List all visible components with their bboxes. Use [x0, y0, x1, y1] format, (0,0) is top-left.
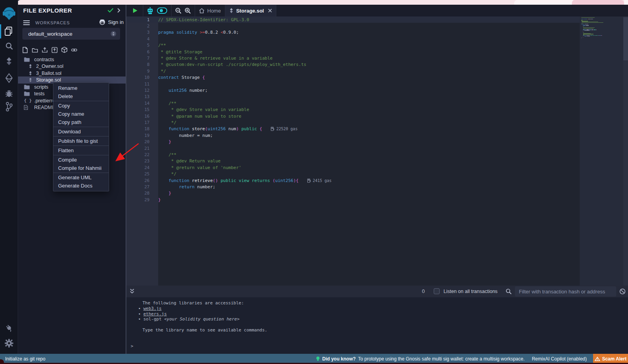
menu-separator	[53, 101, 109, 101]
gas-estimate-badge: 2415 gas	[307, 178, 332, 183]
new-file-icon[interactable]	[22, 46, 28, 53]
minimap[interactable]	[581, 17, 603, 38]
terminal-library-item: • ethers.js	[138, 311, 167, 317]
library-link[interactable]: web3.js	[143, 306, 161, 311]
transaction-filter-input[interactable]	[515, 286, 616, 297]
code-line-21: 21	[126, 145, 580, 151]
workspace-select[interactable]: default_workspace	[22, 28, 120, 40]
remix-logo-icon[interactable]	[0, 6, 18, 21]
file-explorer-icon[interactable]	[0, 26, 18, 37]
line-number: 10	[126, 75, 158, 80]
library-link[interactable]: ethers.js	[143, 311, 167, 317]
menu-item-copy[interactable]: Copy	[53, 102, 109, 110]
menu-item-copy-path[interactable]: Copy path	[53, 118, 109, 126]
line-number: 6	[126, 49, 158, 55]
tree-item-2-owner-sol[interactable]: 2_Owner.sol	[18, 63, 128, 70]
zoom-out-icon[interactable]	[175, 7, 182, 14]
red-arrow-annotation	[89, 134, 144, 169]
clear-console-icon[interactable]	[619, 288, 626, 295]
warning-icon	[595, 357, 600, 361]
code-line-6: 6 * @title Storage	[126, 49, 580, 55]
terminal-output[interactable]: The following libraries are accessible:•…	[126, 297, 628, 354]
code-line-8: 8 * @custom:dev-run-script ./scripts/dep…	[126, 62, 580, 68]
terminal-text: The following libraries are accessible:	[142, 300, 244, 306]
run-script-icon[interactable]	[132, 7, 138, 14]
menu-item-copy-name[interactable]: Copy name	[53, 110, 109, 118]
link-icon[interactable]	[71, 46, 77, 53]
copilot-status[interactable]: RemixAI Copilot (enabled)	[532, 356, 587, 362]
code-line-15: 15 * @dev Store value in variable	[126, 107, 580, 113]
git-init-button[interactable]: Initialize as git repo	[5, 356, 46, 362]
solidity-compiler-icon[interactable]	[0, 56, 18, 66]
editor-scrollbar-thumb[interactable]	[623, 17, 628, 60]
code-line-24: 24 * @return value of 'number'	[126, 164, 580, 171]
code-line-9: 9 */	[126, 68, 580, 74]
deploy-run-icon[interactable]	[0, 73, 18, 83]
solidity-file-icon	[229, 8, 234, 13]
code-editor[interactable]: 1// SPDX-License-Identifier: GPL-3.023pr…	[126, 16, 628, 286]
line-number: 2	[126, 24, 158, 29]
line-number: 8	[126, 62, 158, 67]
tree-item-label: 3_Ballot.sol	[36, 71, 62, 76]
editor-region: Home Storage.sol 1// SPDX-License-Identi…	[126, 5, 628, 354]
code-line-23: 23 * @dev Return value	[126, 158, 580, 164]
terminal-expand-icon[interactable]	[130, 288, 135, 294]
new-folder-icon[interactable]	[32, 46, 38, 53]
listen-checkbox[interactable]	[434, 288, 440, 294]
line-number: 18	[126, 126, 158, 131]
menu-item-generate-docs[interactable]: Generate Docs	[53, 182, 109, 190]
tab-bar: Home Storage.sol	[126, 5, 628, 16]
code-line-20: 20 }	[126, 139, 580, 145]
git-icon[interactable]	[0, 101, 18, 112]
ai-robot-icon[interactable]	[146, 7, 154, 15]
line-number: 14	[126, 101, 158, 106]
code-line-22: 22 /**	[126, 151, 580, 158]
chevron-right-icon[interactable]	[117, 8, 120, 13]
upload-folder-icon[interactable]	[51, 46, 58, 53]
tree-item-label: Storage.sol	[36, 77, 61, 83]
code-line-2: 2	[126, 23, 580, 29]
code-line-13: 13	[126, 94, 580, 100]
github-icon	[99, 19, 106, 25]
listen-label[interactable]: Listen on all transactions	[444, 289, 498, 294]
upload-file-icon[interactable]	[42, 46, 48, 53]
code-line-5: 5/**	[126, 42, 580, 49]
terminal-text: Type the library name to see available c…	[142, 328, 267, 333]
debugger-icon[interactable]	[0, 89, 18, 98]
line-number: 17	[126, 120, 158, 125]
code-line-16: 16 * @param num value to store	[126, 113, 580, 119]
tab-home-label: Home	[207, 8, 221, 14]
solidity-icon	[29, 64, 32, 69]
workspaces-menu-icon[interactable]	[23, 20, 30, 26]
tree-item-3-ballot-sol[interactable]: 3_Ballot.sol	[18, 70, 128, 77]
line-number: 13	[126, 94, 158, 99]
menu-item-rename[interactable]: Rename	[53, 84, 109, 92]
window-top-strip	[17, 0, 628, 5]
solidity-icon	[29, 71, 32, 76]
code-line-3: 3pragma solidity >=0.8.2 <0.9.0;	[126, 29, 580, 36]
search-icon[interactable]	[0, 42, 18, 51]
line-number: 3	[126, 30, 158, 35]
workspace-updown-icon	[111, 31, 116, 36]
tree-item-label: 2_Owner.sol	[36, 64, 63, 69]
terminal-library-item: • web3.js	[138, 306, 162, 311]
settings-icon[interactable]	[0, 338, 18, 348]
tab-home[interactable]: Home	[195, 5, 225, 16]
code-line-29: 29}	[126, 197, 580, 203]
close-tab-icon[interactable]	[268, 9, 272, 13]
plugin-manager-icon[interactable]	[0, 323, 18, 333]
gas-estimate-badge: 22520 gas	[271, 127, 298, 131]
folder-icon	[24, 91, 30, 96]
panel-title: FILE EXPLORER	[23, 7, 72, 14]
copilot-toggle[interactable]	[157, 7, 167, 14]
cube-icon[interactable]	[61, 46, 68, 53]
tab-storage-sol[interactable]: Storage.sol	[225, 5, 276, 16]
tab-storage-label: Storage.sol	[236, 8, 264, 14]
zoom-in-icon[interactable]	[184, 7, 191, 14]
tip-bold: Did you know?	[322, 356, 356, 362]
folder-icon	[24, 57, 30, 62]
sign-in-button[interactable]: Sign in	[99, 19, 124, 25]
menu-item-generate-uml[interactable]: Generate UML	[53, 173, 109, 182]
menu-item-delete[interactable]: Delete	[53, 92, 109, 100]
tree-item-contracts[interactable]: contracts	[18, 56, 128, 63]
